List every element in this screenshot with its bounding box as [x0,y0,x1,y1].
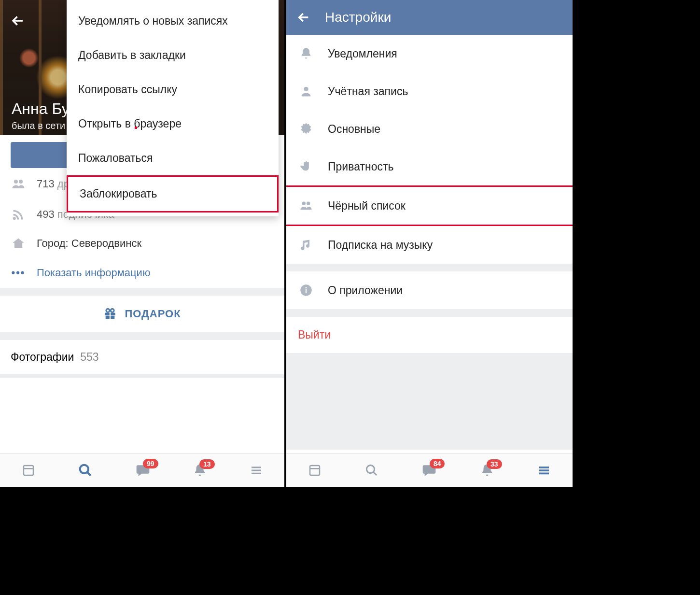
svg-point-7 [106,309,110,312]
svg-rect-9 [24,466,33,475]
profile-screen: Анна Бу была в сети Сообщение 713 друзей… [0,0,286,487]
svg-point-10 [80,465,88,473]
music-icon [298,237,314,253]
svg-rect-18 [310,466,320,475]
svg-point-13 [302,202,306,205]
svg-point-0 [14,180,18,184]
svg-point-17 [305,287,307,288]
svg-point-11 [304,87,308,91]
menu-item-3[interactable]: Открыть в браузере [67,107,279,141]
settings-item-label: Приватность [328,160,393,173]
bell-icon [298,45,314,62]
nav-messages-icon[interactable]: 84 [421,463,437,478]
people-icon [298,198,314,214]
nav-menu-icon[interactable] [537,463,551,478]
nav-notifications-icon[interactable]: 33 [480,463,494,478]
menu-item-0[interactable]: Уведомлять о новых записях [67,4,279,38]
svg-rect-4 [111,313,115,315]
home-icon [11,236,26,251]
photos-label: Фотографии [11,351,74,363]
svg-rect-3 [105,313,110,315]
spacer [286,353,573,450]
svg-rect-6 [111,316,115,319]
svg-point-1 [19,180,23,184]
profile-context-menu: Уведомлять о новых записяхДобавить в зак… [67,0,279,216]
settings-item-user[interactable]: Учётная запись [286,72,573,110]
settings-item-label: Учётная запись [328,85,408,98]
menu-item-5[interactable]: Заблокировать [67,175,279,212]
svg-point-19 [367,465,375,473]
nav-news-icon[interactable] [21,463,36,478]
info-icon [298,282,314,298]
settings-item-people[interactable]: Чёрный список [286,185,573,226]
gift-button[interactable]: ПОДАРОК [0,296,284,332]
logout-section: Выйти [286,317,573,353]
divider [286,309,573,317]
gift-label: ПОДАРОК [125,308,181,320]
settings-item-about[interactable]: О приложении [286,271,573,309]
gift-icon [103,307,117,321]
divider [286,264,573,271]
settings-item-bell[interactable]: Уведомления [286,35,573,72]
bottom-nav: 84 33 [286,453,573,487]
settings-list: УведомленияУчётная записьОсновныеПриватн… [286,35,573,264]
settings-item-gear[interactable]: Основные [286,110,573,148]
red-dot-annotation [135,127,137,129]
messages-badge: 99 [143,459,158,468]
svg-point-14 [307,202,310,205]
settings-list-secondary: О приложении [286,271,573,309]
show-info-label: Показать информацию [37,267,150,279]
photos-count: 553 [80,351,98,363]
divider [0,288,284,296]
dots-icon: ••• [11,267,26,279]
back-arrow-icon[interactable] [10,13,26,29]
settings-header: Настройки [286,0,573,35]
settings-item-hand[interactable]: Приватность [286,148,573,185]
settings-item-label: Уведомления [328,47,397,60]
profile-status: была в сети [12,120,65,131]
settings-item-label: Подписка на музыку [328,239,433,252]
people-icon [11,176,26,192]
menu-item-2[interactable]: Копировать ссылку [67,72,279,107]
settings-item-music[interactable]: Подписка на музыку [286,226,573,264]
svg-rect-16 [306,289,307,293]
divider [0,332,284,340]
hand-icon [298,158,314,175]
svg-point-2 [13,217,16,220]
city-row[interactable]: Город: Северодвинск [0,229,284,258]
nav-news-icon[interactable] [308,463,322,478]
settings-screen: Настройки УведомленияУчётная записьОснов… [286,0,573,487]
settings-item-label: О приложении [328,284,403,297]
logout-button[interactable]: Выйти [286,317,573,353]
divider [0,374,284,378]
nav-notifications-icon[interactable]: 13 [193,463,207,478]
back-arrow-icon[interactable] [296,10,311,25]
gear-icon [298,121,314,137]
settings-title: Настройки [325,10,391,25]
notifications-badge: 33 [487,459,502,469]
nav-search-icon[interactable] [78,463,93,478]
photos-row[interactable]: Фотографии 553 [0,340,284,374]
rss-icon [11,207,26,222]
messages-badge: 84 [430,459,445,468]
profile-name: Анна Бу [12,100,70,118]
city-text: Город: Северодвинск [37,237,141,250]
settings-item-label: Основные [328,123,380,136]
nav-messages-icon[interactable]: 99 [135,463,151,478]
bottom-nav: 99 13 [0,453,284,487]
menu-item-1[interactable]: Добавить в закладки [67,38,279,72]
settings-item-label: Чёрный список [328,199,406,212]
notifications-badge: 13 [199,459,215,469]
show-info-button[interactable]: ••• Показать информацию [0,258,284,288]
svg-point-8 [111,309,114,312]
user-icon [298,83,314,99]
svg-rect-5 [106,316,110,319]
menu-item-4[interactable]: Пожаловаться [67,141,279,175]
nav-search-icon[interactable] [364,463,379,478]
nav-menu-icon[interactable] [249,463,264,478]
